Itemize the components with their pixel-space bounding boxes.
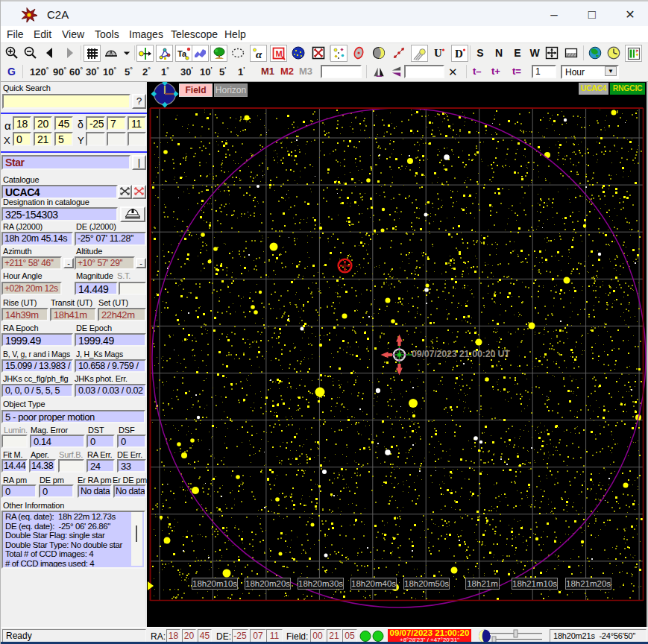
svg-text:D: D (455, 48, 463, 60)
svg-text:W: W (529, 47, 540, 59)
svg-text:N: N (495, 47, 503, 59)
svg-text:S: S (476, 47, 483, 59)
svg-text:M: M (276, 49, 283, 58)
svg-text:E: E (514, 47, 520, 59)
svg-text:α: α (256, 48, 262, 60)
svg-text:Ta: Ta (177, 49, 187, 58)
svg-text:U: U (434, 47, 442, 59)
